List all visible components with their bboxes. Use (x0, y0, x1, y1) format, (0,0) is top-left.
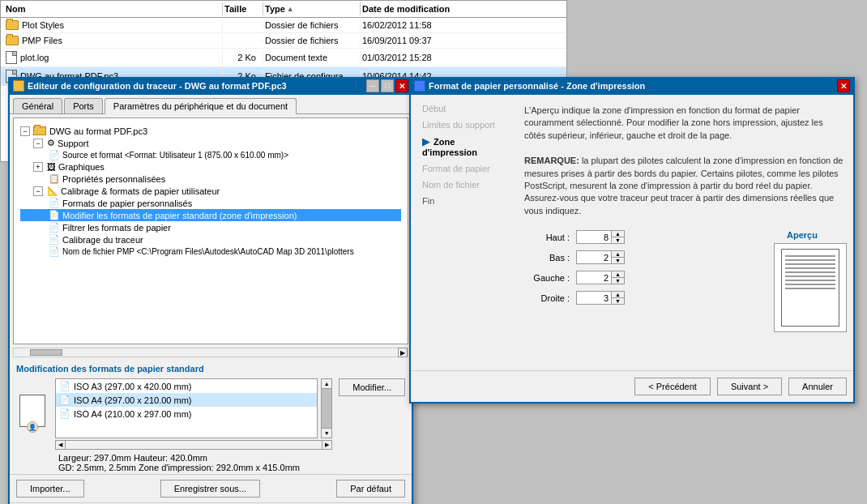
spin-droite-down[interactable]: ▼ (612, 298, 624, 304)
tree-content[interactable]: − DWG au format PDF.pc3 − ⚙ Support 📄 So… (13, 117, 408, 344)
maximize-button[interactable]: □ (381, 79, 394, 92)
tree-item-source[interactable]: 📄 Source et format <Format: Utilisateur … (20, 149, 401, 161)
tree-item-calibrage[interactable]: − 📐 Calibrage & formats de papier utilis… (20, 185, 401, 197)
tree-root[interactable]: − DWG au format PDF.pc3 (20, 125, 401, 137)
save-button[interactable]: Enregistrer sous... (160, 480, 260, 498)
scroll-up-btn[interactable]: ▲ (322, 379, 331, 389)
spin-gauche-down[interactable]: ▼ (612, 278, 624, 284)
paper-item-icon: 📄 (59, 381, 70, 391)
paper-list[interactable]: 📄 ISO A3 (297.00 x 420.00 mm) 📄 ISO A4 (… (55, 378, 318, 438)
format-bottom-btns: < Précédent Suivant > Annuler (411, 370, 853, 402)
tree-item-calibtraceur[interactable]: 📄 Calibrage du traceur (20, 233, 401, 246)
tree-item-modifier[interactable]: 📄 Modifier les formats de papier standar… (20, 209, 401, 221)
tree-item-pmp[interactable]: 📄 Nom de fichier PMP <C:\Program Files\A… (20, 246, 401, 258)
tree-modifier-label: Modifier les formats de papier standard … (62, 211, 297, 220)
minimize-button[interactable]: ─ (366, 79, 379, 92)
nav-arrow-icon: ▶ (422, 136, 429, 147)
close-button[interactable]: ✕ (395, 79, 408, 92)
spin-gauche-up[interactable]: ▲ (612, 271, 624, 277)
tree-item-propCustom[interactable]: 📋 Propriétés personnalisées (20, 173, 401, 185)
expand-calibrage-icon[interactable]: − (33, 186, 43, 196)
nav-fin[interactable]: Fin (417, 194, 515, 208)
label-gauche: Gauche : (521, 273, 570, 283)
expand-support-icon[interactable]: − (33, 139, 43, 148)
dialog-format-title: Format de papier personnalisé - Zone d'i… (429, 81, 645, 91)
tree-item-graphiques[interactable]: + 🖼 Graphiques (20, 161, 401, 173)
calibrage-icon: 📐 (47, 186, 58, 196)
scroll-down-btn[interactable]: ▼ (322, 428, 331, 438)
spin-haut-down[interactable]: ▼ (612, 237, 624, 243)
nav-zone[interactable]: ▶ Zone d'impression (417, 134, 515, 160)
dialog-format-icon (414, 80, 425, 92)
modify-button[interactable]: Modifier... (339, 378, 405, 396)
next-button[interactable]: Suivant > (717, 378, 782, 395)
section-label-text: Modification des formats de papier stand… (16, 361, 405, 375)
tree-formats-label: Formats de papier personnalisés (62, 199, 192, 208)
pmp-icon: 📄 (49, 246, 60, 257)
spin-haut-buttons: ▲ ▼ (611, 231, 624, 243)
tree-item-support[interactable]: − ⚙ Support (20, 137, 401, 149)
input-bas[interactable] (577, 251, 611, 263)
tab-ports[interactable]: Ports (64, 98, 103, 113)
input-haut[interactable] (577, 231, 611, 243)
header-type[interactable]: Type ▲ (263, 2, 361, 15)
spin-gauche[interactable]: ▲ ▼ (576, 271, 625, 284)
nav-fichier: Nom de fichier (417, 177, 515, 192)
preview-line (785, 263, 835, 265)
tree-graphiques-label: Graphiques (58, 162, 105, 172)
paper-list-item[interactable]: 📄 ISO A4 (297.00 x 210.00 mm) (56, 393, 317, 407)
spin-droite[interactable]: ▲ ▼ (576, 291, 625, 305)
spin-droite-up[interactable]: ▲ (612, 292, 624, 297)
input-droite[interactable] (577, 292, 611, 304)
prev-button[interactable]: < Précédent (634, 378, 711, 395)
paper-list-vscroll[interactable]: ▲ ▼ (321, 378, 332, 438)
import-button[interactable]: Importer... (16, 480, 84, 498)
spin-bas[interactable]: ▲ ▼ (576, 250, 625, 264)
spin-haut[interactable]: ▲ ▼ (576, 230, 625, 244)
header-nom: Nom (4, 2, 223, 15)
tree-item-formats[interactable]: 📄 Formats de papier personnalisés (20, 197, 401, 209)
folder-icon (6, 36, 19, 45)
filtrer-icon: 📄 (49, 222, 60, 233)
formats-icon: 📄 (49, 198, 60, 208)
dialog-format: Format de papier personnalisé - Zone d'i… (409, 77, 855, 404)
hscroll-track (66, 441, 322, 449)
paper-list-item[interactable]: 📄 ISO A4 (210.00 x 297.00 mm) (56, 407, 317, 421)
remark-label: REMARQUE: (524, 156, 579, 165)
section-label: Modification des formats de papier stand… (10, 357, 412, 378)
default-button[interactable]: Par défaut (336, 480, 405, 498)
paper-list-hscroll[interactable]: ◀ ▶ (55, 440, 332, 450)
format-cancel-button[interactable]: Annuler (788, 378, 847, 395)
dialog-editeur-titlebar: Editeur de configuration du traceur - DW… (10, 77, 412, 95)
file-row[interactable]: PMP Files Dossier de fichiers 16/09/2011… (1, 33, 566, 49)
input-gauche[interactable] (577, 271, 611, 284)
hscroll-left-btn[interactable]: ◀ (56, 441, 66, 449)
tab-parametres[interactable]: Paramètres du périphérique et du documen… (105, 98, 297, 114)
dialog-editeur-icon (13, 80, 24, 92)
dialog-editeur-title: Editeur de configuration du traceur - DW… (28, 81, 287, 91)
sort-arrow-icon: ▲ (287, 5, 294, 13)
expand-icon[interactable]: − (20, 126, 30, 136)
spin-bas-up[interactable]: ▲ (612, 251, 624, 257)
paper-item-label: ISO A4 (297.00 x 210.00 mm) (74, 395, 192, 405)
file-name-col: PMP Files (4, 34, 223, 47)
preview-line (785, 288, 835, 289)
paper-list-item[interactable]: 📄 ISO A3 (297.00 x 420.00 mm) (56, 379, 317, 393)
scroll-right-btn[interactable]: ▶ (398, 348, 408, 357)
tree-hscrollbar[interactable]: ▶ (13, 348, 408, 357)
file-row[interactable]: plot.log 2 Ko Document texte 01/03/2012 … (1, 49, 566, 67)
scroll-thumb[interactable] (30, 349, 62, 356)
format-close-button[interactable]: ✕ (837, 79, 850, 92)
expand-graphiques-icon[interactable]: + (33, 162, 43, 172)
spin-bas-down[interactable]: ▼ (612, 258, 624, 263)
hscroll-right-btn[interactable]: ▶ (322, 441, 331, 449)
tab-general[interactable]: Général (13, 98, 62, 113)
info-line-1: Largeur: 297.0mm Hauteur: 420.0mm (58, 453, 405, 463)
spin-haut-up[interactable]: ▲ (612, 231, 624, 237)
preview-line (785, 267, 835, 269)
tree-root-expand[interactable]: − (20, 126, 32, 136)
tree-item-filtrer[interactable]: 📄 Filtrer les formats de papier (20, 221, 401, 233)
form-fields-preview: Haut : ▲ ▼ Bas : (521, 230, 847, 332)
file-row[interactable]: Plot Styles Dossier de fichiers 16/02/20… (1, 18, 566, 33)
preview-lines (782, 250, 839, 295)
